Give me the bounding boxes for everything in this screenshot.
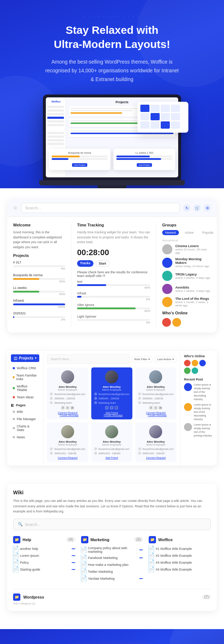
settings-icon[interactable]: ⚙ [204, 204, 211, 212]
sidebar-nav-file-manager[interactable]: File Manager [11, 416, 39, 422]
wiki-cat-header: 📁 Woffice [149, 536, 211, 543]
sidebar-nav-wiki[interactable]: Wiki [11, 408, 39, 415]
screen-nav-item [47, 109, 64, 112]
wiki-item-icon: 📄 [149, 567, 154, 572]
sidebar-nav-woffice-tiltable[interactable]: Woffice Tiltable [11, 383, 39, 393]
wiki-item-text: #3 Woffice Wiki Example [156, 561, 211, 564]
group-tab-active[interactable]: Active [182, 230, 197, 235]
member-name: Alex Woolley [94, 440, 129, 443]
task-name: After Ignore [77, 303, 150, 307]
linkedin-icon[interactable]: in [71, 406, 74, 410]
bottom-card-1: Busqueda de norma Use Project [49, 149, 111, 170]
wiki-item-icon: 📄 [13, 553, 18, 558]
sidebar-nav-team-ideas[interactable]: Team Ideas [11, 394, 39, 401]
member-name: Alex Woolley [50, 440, 85, 443]
wiki-item-text: Company policy about web marketing [88, 546, 138, 554]
members-search[interactable]: Search Here... [47, 354, 129, 364]
connect-request-btn[interactable]: Connect Request [50, 411, 85, 414]
connect-request-btn[interactable]: Connect Request [138, 456, 173, 459]
linkedin-icon[interactable]: in [159, 406, 162, 410]
task-percent: 0% [77, 321, 150, 324]
wiki-item: 📄 Policy [13, 560, 75, 565]
nav-dot-icon [13, 411, 15, 413]
wiki-cat-name: Marketing [91, 538, 132, 542]
group-status: active 20 hours, 35 mins ago [175, 248, 211, 254]
sidebar-nav-charts[interactable]: Charts & Stats [11, 423, 39, 433]
add-friend-btn[interactable]: Add Friend [94, 456, 129, 459]
role-filter[interactable]: Role Filter ▾ [132, 356, 152, 362]
wiki-item-text: another help [20, 547, 70, 551]
group-item: Avonbits active 2 weeks, 4 days ago [162, 284, 211, 294]
group-tab-alpha[interactable]: Alphabetical [162, 239, 211, 242]
private-message-btn[interactable]: Private Message [141, 414, 173, 416]
search-icon: 🔍 [18, 522, 23, 527]
dashboard-header: ‹ Search... ↻ 🛒 ⚙ [7, 199, 217, 217]
chevron-icon: ▾ [148, 358, 150, 361]
group-tab-newest[interactable]: Newest [162, 230, 179, 235]
wiki-cat-header: 📁 Help (4) [13, 536, 75, 543]
member-phone-row: 3465344 - 236435 [138, 397, 173, 400]
sidebar-nav-team-familiar[interactable]: Team Familiar Imke [11, 372, 39, 382]
time-task-item: Infrast 6% [77, 291, 150, 301]
member-dept: Marketing team [54, 402, 72, 404]
wiki-item-icon: 📄 [81, 555, 86, 560]
facebook-icon[interactable]: f [105, 406, 109, 410]
add-friend-btn[interactable]: Add Friend [94, 411, 129, 414]
linkedin-icon[interactable]: in [115, 406, 118, 410]
phone-icon [138, 397, 141, 400]
project-name: LL weeks [13, 286, 65, 290]
tracks-button[interactable]: Tracks [77, 260, 93, 267]
online-avatar [172, 318, 181, 327]
facebook-icon[interactable]: f [149, 406, 153, 410]
refresh-icon[interactable]: ↻ [183, 204, 191, 212]
nav-label: Team Familiar Imke [16, 374, 38, 381]
connect-request-btn[interactable]: Connect Request [138, 411, 173, 414]
sidebar-nav-news[interactable]: News [11, 434, 39, 440]
member-phone-row: 34651443 - 236435 [138, 452, 173, 455]
hero-title: Stay Relaxed withUltra-Modern Layouts! [11, 23, 213, 51]
facebook-icon[interactable]: f [61, 406, 65, 410]
member-phone: 3465344 - 236435 [143, 397, 163, 400]
email-icon [138, 447, 141, 450]
twitter-icon[interactable]: t [66, 406, 69, 410]
twitter-icon[interactable]: t [110, 406, 113, 410]
member-phone-row: 3465344 - 236435 [50, 397, 85, 400]
sidebar-nav-woffice-crm[interactable]: Woffice CRM [11, 365, 39, 371]
wiki-section: Wiki This is the wiki page, you can add … [0, 484, 224, 629]
group-name: The Lord of the Rings [175, 297, 211, 301]
floating-card [137, 102, 188, 133]
private-message-btn[interactable]: Private Message [97, 414, 129, 416]
projects-label: Projects [19, 356, 33, 360]
member-grid: Alex Woolley Admin Employee fixuserinov.… [47, 367, 176, 462]
post-avatar [184, 383, 192, 391]
wiki-footer: 📁 Wordpress (7) Sub Category (1) [13, 589, 211, 605]
member-action: Add Friend [94, 456, 129, 459]
member-dept: Marketing team [143, 402, 160, 404]
member-role: Admin Employee [94, 389, 129, 391]
member-email: fixuserinov.dav@gmail.com [54, 393, 85, 395]
twitter-icon[interactable]: t [154, 406, 157, 410]
start-button[interactable]: Start [96, 260, 110, 267]
private-message-btn[interactable]: Private Message [53, 414, 85, 416]
wiki-item: 📄 Twitter Marketing [81, 569, 143, 574]
who-online-avatars [184, 360, 213, 374]
wiki-cat-help: 📁 Help (4) 📄 another help 📄 Lorem Ipsum … [13, 536, 75, 583]
wiki-item-badge [72, 548, 75, 549]
recent-post-item: Lorem ipsum is simply dummy text of the … [184, 383, 213, 401]
wiki-cat-name: Woffice [158, 538, 211, 542]
cart-icon[interactable]: 🛒 [193, 204, 201, 212]
sort-filter[interactable]: Last Active ▾ [155, 356, 176, 362]
member-email-row: fixuserinov.dav@gmail.com [138, 447, 173, 450]
online-avatar [184, 367, 191, 374]
connect-request-btn[interactable]: Connect Request [50, 456, 85, 459]
wiki-item: 📄 How make a marketing plan [81, 562, 143, 567]
wiki-item-icon: 📄 [81, 569, 86, 574]
group-tab-popular[interactable]: Popular [200, 230, 217, 235]
member-name: Alex Woolley [94, 385, 129, 389]
dashboard-search[interactable]: Search... [21, 203, 180, 213]
nav-label: File Manager [17, 417, 36, 421]
dept-icon [50, 401, 53, 404]
wiki-search[interactable]: 🔍 Search... [13, 519, 211, 530]
screen-nav-item [47, 113, 64, 115]
nav-back-icon[interactable]: ‹ [13, 206, 17, 210]
